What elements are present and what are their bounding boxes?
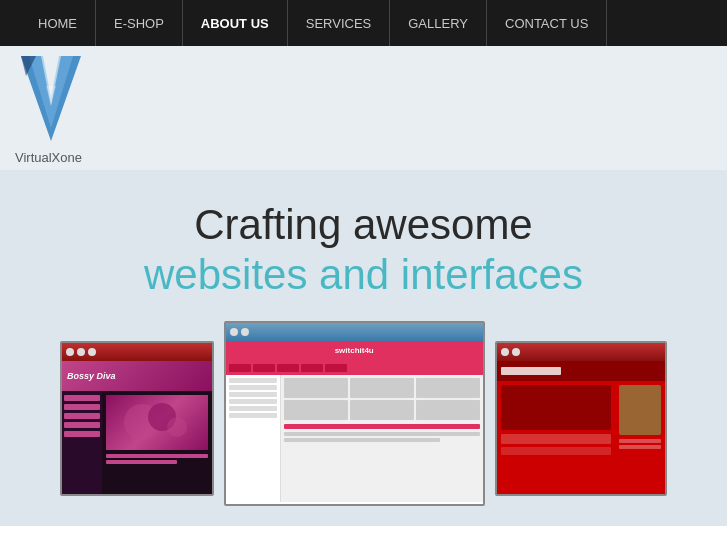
ss-left-menu2: [64, 404, 100, 410]
svg-point-6: [167, 417, 187, 437]
ss-right-header: [497, 361, 665, 381]
logo-text: VirtualXone: [15, 150, 82, 165]
ss-center-row4: [229, 399, 277, 404]
screenshot-right: [495, 341, 667, 496]
logo-icon: [21, 56, 81, 146]
ss-center-main: [281, 375, 483, 502]
ss-center-row6: [229, 413, 277, 418]
ss-left-menu5: [64, 431, 100, 437]
ss-center-row1: [229, 378, 277, 383]
ss-right-content: [497, 361, 665, 494]
nav-gallery[interactable]: GALLERY: [390, 0, 487, 46]
ss-left-main: [102, 391, 212, 494]
ss-left-titlebar: [62, 343, 212, 361]
ss-right-titlebar: [497, 343, 665, 361]
ss-center-row5: [229, 406, 277, 411]
ss-left-sidebar: [62, 391, 102, 494]
btn-min-r: [512, 348, 520, 356]
logo-container: VirtualXone: [20, 56, 82, 165]
ss-center-nav5: [325, 364, 347, 372]
body-para1: We're an emerging heroic marketing and w…: [20, 541, 707, 545]
screenshot-left: Bossy Diva: [60, 341, 214, 496]
ss-center-body: [226, 375, 483, 502]
ss-left-decor: [122, 397, 192, 447]
screenshots-row: Bossy Diva: [40, 301, 687, 506]
ss-center-row3: [229, 392, 277, 397]
nav-about[interactable]: ABOUT US: [183, 0, 288, 46]
nav-eshop[interactable]: E-SHOP: [96, 0, 183, 46]
ss-left-brand: Bossy Diva: [67, 371, 116, 381]
ss-grid-item5: [350, 400, 414, 420]
ss-center-nav: [226, 361, 483, 375]
btn-close-r: [501, 348, 509, 356]
ss-grid-item4: [284, 400, 348, 420]
screenshot-center: switchit4u: [224, 321, 485, 506]
hero-section: Crafting awesome websites and interfaces…: [0, 170, 727, 526]
btn-close-c: [230, 328, 238, 336]
ss-left-body: [62, 391, 212, 494]
ss-center-titlebar: [226, 323, 483, 341]
ss-left-content: Bossy Diva: [62, 361, 212, 494]
ss-center-nav3: [277, 364, 299, 372]
ss-center-grid: [284, 378, 480, 420]
ss-center-row2: [229, 385, 277, 390]
ss-center-content: switchit4u: [226, 341, 483, 502]
ss-grid-item2: [350, 378, 414, 398]
btn-max: [88, 348, 96, 356]
ss-center-nav4: [301, 364, 323, 372]
hero-title-line2: websites and interfaces: [40, 250, 687, 300]
logo-area: VirtualXone: [0, 46, 727, 170]
nav-contact[interactable]: CONTACT US: [487, 0, 607, 46]
btn-close: [66, 348, 74, 356]
ss-center-nav2: [253, 364, 275, 372]
nav-services[interactable]: SERVICES: [288, 0, 391, 46]
ss-center-nav1: [229, 364, 251, 372]
ss-left-menu1: [64, 395, 100, 401]
ss-grid-item6: [416, 400, 480, 420]
ss-left-menu3: [64, 413, 100, 419]
ss-left-header: Bossy Diva: [62, 361, 212, 391]
main-nav: HOME E-SHOP ABOUT US SERVICES GALLERY CO…: [0, 0, 727, 46]
ss-center-brand: switchit4u: [335, 346, 374, 355]
btn-min-c: [241, 328, 249, 336]
btn-min: [77, 348, 85, 356]
text-section: We're an emerging heroic marketing and w…: [0, 526, 727, 545]
hero-title-line1: Crafting awesome: [40, 200, 687, 250]
ss-left-image: [106, 395, 208, 450]
ss-grid-item1: [284, 378, 348, 398]
ss-left-menu4: [64, 422, 100, 428]
ss-center-sidebar: [226, 375, 281, 502]
nav-home[interactable]: HOME: [20, 0, 96, 46]
ss-center-logo: switchit4u: [226, 341, 483, 361]
ss-grid-item3: [416, 378, 480, 398]
